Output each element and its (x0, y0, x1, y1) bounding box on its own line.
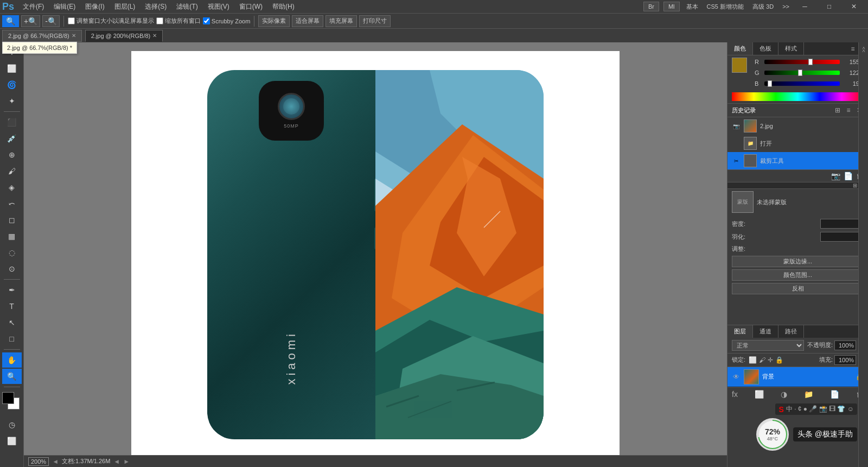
history-snapshot-button[interactable]: 📷 (831, 172, 840, 180)
document-tab-2[interactable]: 2.jpg @ 200%(RGB/8) ✕ (85, 30, 163, 42)
zoom-tool[interactable]: 🔍 (2, 369, 22, 384)
zoom-tool-icon[interactable]: 🔍 (2, 15, 19, 27)
tab2-close-button[interactable]: ✕ (152, 33, 157, 39)
quick-mask-button[interactable]: ◷ (2, 417, 22, 432)
menu-file[interactable]: 文件(F) (18, 1, 48, 12)
fill-screen-button[interactable]: 填充屏幕 (326, 15, 357, 27)
print-size-button[interactable]: 打印尺寸 (359, 15, 391, 27)
menu-view[interactable]: 视图(V) (203, 1, 234, 12)
history-panel-expand-icon[interactable]: ⊞ (833, 106, 842, 115)
fg-bg-colors[interactable] (2, 392, 22, 412)
actual-pixels-button[interactable]: 实际像素 (258, 15, 290, 27)
mask-invert-button[interactable]: 反相 (732, 283, 864, 294)
opacity-input[interactable] (834, 340, 856, 350)
menu-select[interactable]: 选择(S) (141, 1, 171, 12)
eraser-tool[interactable]: ◻ (2, 212, 22, 228)
br-button[interactable]: Br (643, 2, 659, 11)
layer-visibility-icon[interactable]: 👁 (732, 373, 741, 381)
zoom-value-display[interactable]: 200% (28, 457, 49, 466)
lock-position-icon[interactable]: ✛ (768, 356, 773, 364)
stamp-tool[interactable]: ◈ (2, 180, 22, 195)
zoom-out-button[interactable]: -🔍 (42, 15, 60, 27)
screen-mode-button[interactable]: ⬜ (2, 433, 22, 449)
history-panel-menu-icon[interactable]: ≡ (844, 106, 853, 115)
color-panel-menu-icon[interactable]: ≡ (848, 45, 857, 53)
eyedropper-tool[interactable]: 💉 (2, 131, 22, 146)
move-tool[interactable]: ✛ (2, 45, 22, 60)
crop-tool[interactable]: ⬛ (2, 115, 22, 130)
type-tool[interactable]: T (2, 299, 22, 314)
dodge-tool[interactable]: ⊙ (2, 261, 22, 276)
extend-button[interactable]: >> (780, 3, 792, 10)
b-slider[interactable] (764, 81, 840, 86)
path-selection-tool[interactable]: ↖ (2, 315, 22, 330)
menu-window[interactable]: 窗口(W) (235, 1, 267, 12)
quick-select-tool[interactable]: ✦ (2, 93, 22, 109)
layer-item-background[interactable]: 👁 背景 🔒 (727, 367, 868, 387)
tab1-close-button[interactable]: ✕ (72, 33, 76, 39)
layers-blend-mode[interactable]: 正常 (732, 340, 804, 351)
nav-left-arrow[interactable]: ◄ (113, 458, 120, 465)
tab-color[interactable]: 颜色 (727, 42, 753, 55)
menu-filter[interactable]: 滤镜(T) (172, 1, 202, 12)
mask-add-pixel-icon[interactable]: ⊞ (853, 182, 857, 188)
pen-tool[interactable]: ✒ (2, 282, 22, 298)
fit-screen-button[interactable]: 适合屏幕 (292, 15, 323, 27)
lock-all-icon[interactable]: 🔒 (775, 356, 783, 364)
lock-image-icon[interactable]: 🖌 (759, 356, 765, 364)
tab-layers[interactable]: 图层 (727, 325, 753, 338)
tab-channels[interactable]: 通道 (753, 325, 778, 338)
basic-workspace[interactable]: 基本 (684, 3, 700, 11)
menu-layer[interactable]: 图层(L) (110, 1, 140, 12)
scrubby-zoom-input[interactable] (203, 17, 210, 24)
layer-mask-button[interactable]: ⬜ (755, 390, 764, 399)
hand-tool[interactable]: ✋ (2, 352, 22, 368)
blur-tool[interactable]: ◌ (2, 245, 22, 260)
document-tab-1[interactable]: 2.jpg @ 66.7%(RGB/8) ✕ (2, 30, 82, 42)
mask-feather-input[interactable] (820, 232, 864, 242)
tab-styles[interactable]: 样式 (778, 42, 804, 55)
layer-group-button[interactable]: 📁 (804, 390, 813, 399)
cs5-new-features[interactable]: CS5 新增功能 (705, 3, 746, 11)
close-button[interactable]: ✕ (841, 0, 866, 13)
tab-paths[interactable]: 路径 (778, 325, 804, 338)
history-item-0[interactable]: 📷 2.jpg (727, 117, 864, 135)
brush-tool[interactable]: 🖌 (2, 163, 22, 179)
resize-windows-checkbox[interactable]: 调整窗口大小以满足屏幕显示 (68, 17, 154, 25)
tab-swatches[interactable]: 色板 (753, 42, 778, 55)
zoom-in-button[interactable]: +🔍 (21, 15, 40, 27)
marquee-tool[interactable]: ⬜ (2, 61, 22, 76)
gradient-tool[interactable]: ▦ (2, 229, 22, 244)
healing-tool[interactable]: ⊕ (2, 147, 22, 162)
minimize-button[interactable]: ─ (793, 0, 817, 13)
history-item-1[interactable]: 📁 打开 (727, 135, 864, 152)
scrubby-zoom-checkbox[interactable]: Scrubby Zoom (203, 17, 251, 24)
nav-right-arrow[interactable]: ► (123, 458, 130, 465)
shape-tool[interactable]: □ (2, 331, 22, 346)
lasso-tool[interactable]: 🌀 (2, 77, 22, 92)
mask-color-range-button[interactable]: 颜色范围... (732, 269, 864, 281)
g-slider[interactable] (764, 71, 840, 75)
mask-edge-button[interactable]: 蒙版边缘... (732, 256, 864, 267)
menu-image[interactable]: 图像(I) (81, 1, 108, 12)
maximize-button[interactable]: □ (817, 0, 841, 13)
mi-button[interactable]: Ml (663, 2, 680, 11)
collapsed-strip-icon[interactable]: << (861, 47, 866, 53)
zoom-all-checkbox[interactable]: 缩放所有窗口 (156, 17, 201, 25)
menu-edit[interactable]: 编辑(E) (49, 1, 80, 12)
history-brush-tool[interactable]: ⤺ (2, 196, 22, 211)
history-item-2[interactable]: ✂ 裁剪工具 (727, 152, 864, 169)
resize-windows-input[interactable] (68, 17, 75, 24)
layer-new-button[interactable]: 📄 (830, 390, 839, 399)
advanced-3d[interactable]: 高级 3D (750, 3, 776, 11)
r-slider[interactable] (764, 60, 840, 64)
zoom-decrease-button[interactable]: ◄ (52, 458, 59, 465)
history-create-doc-button[interactable]: 📄 (844, 172, 853, 180)
layer-fx-button[interactable]: fx (732, 390, 738, 399)
color-spectrum[interactable] (732, 92, 864, 101)
foreground-color-swatch[interactable] (732, 58, 747, 73)
zoom-all-input[interactable] (156, 17, 163, 24)
mask-thumbnail[interactable]: 蒙版 (732, 191, 754, 213)
fill-input[interactable] (834, 355, 856, 365)
lock-transparent-icon[interactable]: ⬜ (749, 356, 757, 364)
